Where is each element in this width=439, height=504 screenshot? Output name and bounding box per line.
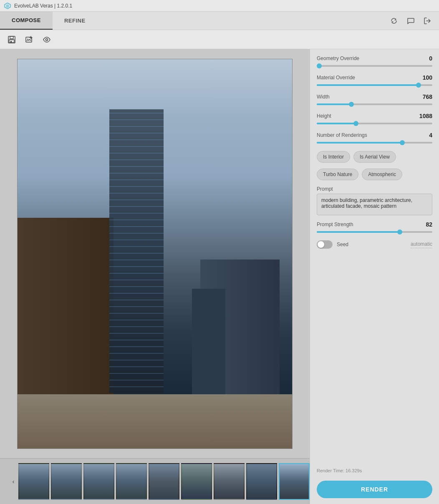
height-header: Height 1088 — [317, 113, 432, 119]
num-renderings-header: Number of Renderings 4 — [317, 132, 432, 139]
height-slider[interactable] — [317, 123, 432, 124]
seed-toggle[interactable] — [317, 240, 333, 249]
material-override-header: Material Override 100 — [317, 74, 432, 81]
prompt-strength-header: Prompt Strength 82 — [317, 221, 432, 228]
panel-spacer — [317, 255, 432, 459]
svg-rect-3 — [10, 36, 13, 39]
tab-actions — [388, 15, 439, 27]
app-icon — [4, 3, 11, 9]
num-renderings-label: Number of Renderings — [317, 132, 367, 138]
thumbnail-8[interactable] — [246, 463, 277, 500]
width-value: 768 — [416, 93, 432, 100]
material-override-value: 100 — [416, 74, 432, 81]
thumbnail-9[interactable] — [279, 463, 310, 500]
num-renderings-slider[interactable] — [317, 142, 432, 144]
building-tall — [109, 109, 164, 393]
thumbnail-6[interactable] — [181, 463, 212, 500]
material-override-slider[interactable] — [317, 84, 432, 86]
tab-bar: COMPOSE REFINE — [0, 12, 439, 30]
geometry-override-group: Geometry Override 0 — [317, 55, 432, 68]
save-button[interactable] — [5, 33, 18, 46]
height-value: 1088 — [416, 113, 432, 119]
num-renderings-value: 4 — [416, 132, 432, 139]
prompt-section: Prompt — [317, 186, 432, 215]
material-override-group: Material Override 100 — [317, 74, 432, 88]
tag-is-aerial-view[interactable]: Is Aerial View — [353, 151, 396, 163]
toggle-knob — [318, 241, 324, 248]
canvas-area: ‹ › — [0, 49, 310, 504]
geometry-override-value: 0 — [416, 55, 432, 62]
tag-atmospheric[interactable]: Atmospheric — [362, 169, 402, 180]
width-slider[interactable] — [317, 103, 432, 105]
geometry-override-slider[interactable] — [317, 65, 432, 67]
width-label: Width — [317, 94, 330, 100]
thumbnail-4[interactable] — [116, 463, 147, 500]
tab-compose[interactable]: COMPOSE — [0, 12, 53, 30]
thumbnail-7[interactable] — [214, 463, 245, 500]
add-image-button[interactable] — [23, 33, 36, 46]
prompt-strength-value: 82 — [416, 221, 432, 228]
seed-row: Seed automatic — [317, 240, 432, 249]
ground — [18, 394, 292, 449]
tab-refine[interactable]: REFINE — [53, 12, 97, 30]
thumbnail-strip: ‹ › — [0, 458, 310, 504]
tags-row-2: Turbo Nature Atmospheric — [317, 169, 432, 180]
thumbnail-1[interactable] — [18, 463, 49, 500]
svg-point-10 — [46, 38, 48, 40]
thumbnail-3[interactable] — [83, 463, 114, 500]
prev-thumb-button[interactable]: ‹ — [10, 478, 17, 485]
height-label: Height — [317, 113, 331, 119]
svg-rect-5 — [10, 41, 12, 43]
num-renderings-group: Number of Renderings 4 — [317, 132, 432, 145]
eye-button[interactable] — [40, 33, 53, 46]
geometry-override-label: Geometry Override — [317, 55, 359, 61]
width-header: Width 768 — [317, 93, 432, 100]
sync-button[interactable] — [388, 15, 400, 27]
canvas-wrapper — [0, 49, 310, 458]
thumbnail-2[interactable] — [51, 463, 82, 500]
thumbnails-container — [18, 463, 310, 500]
seed-value: automatic — [411, 241, 432, 248]
width-group: Width 768 — [317, 93, 432, 107]
right-panel: Geometry Override 0 Material Override 10… — [310, 49, 439, 504]
logout-button[interactable] — [421, 15, 433, 27]
thumbnail-5[interactable] — [149, 463, 179, 500]
svg-marker-1 — [6, 4, 9, 8]
height-group: Height 1088 — [317, 113, 432, 126]
app-title: EvolveLAB Veras | 1.2.0.1 — [14, 3, 72, 9]
render-button[interactable]: RENDER — [317, 481, 432, 498]
tag-is-interior[interactable]: Is Interior — [317, 151, 350, 163]
geometry-override-header: Geometry Override 0 — [317, 55, 432, 62]
title-bar: EvolveLAB Veras | 1.2.0.1 — [0, 0, 439, 12]
main-area: ‹ › Geometry Override 0 — [0, 49, 439, 504]
prompt-strength-label: Prompt Strength — [317, 222, 353, 227]
tag-turbo-nature[interactable]: Turbo Nature — [317, 169, 358, 180]
prompt-strength-slider[interactable] — [317, 231, 432, 233]
toolbar — [0, 30, 439, 49]
prompt-strength-group: Prompt Strength 82 — [317, 221, 432, 234]
chat-button[interactable] — [405, 15, 416, 27]
prompt-input[interactable] — [317, 194, 432, 215]
seed-label: Seed — [337, 242, 348, 247]
material-override-label: Material Override — [317, 75, 355, 81]
svg-point-9 — [28, 38, 28, 39]
canvas-image — [17, 59, 293, 449]
tags-row-1: Is Interior Is Aerial View — [317, 151, 432, 163]
prompt-label: Prompt — [317, 186, 432, 192]
render-time: Render Time: 16.329s — [317, 465, 432, 473]
